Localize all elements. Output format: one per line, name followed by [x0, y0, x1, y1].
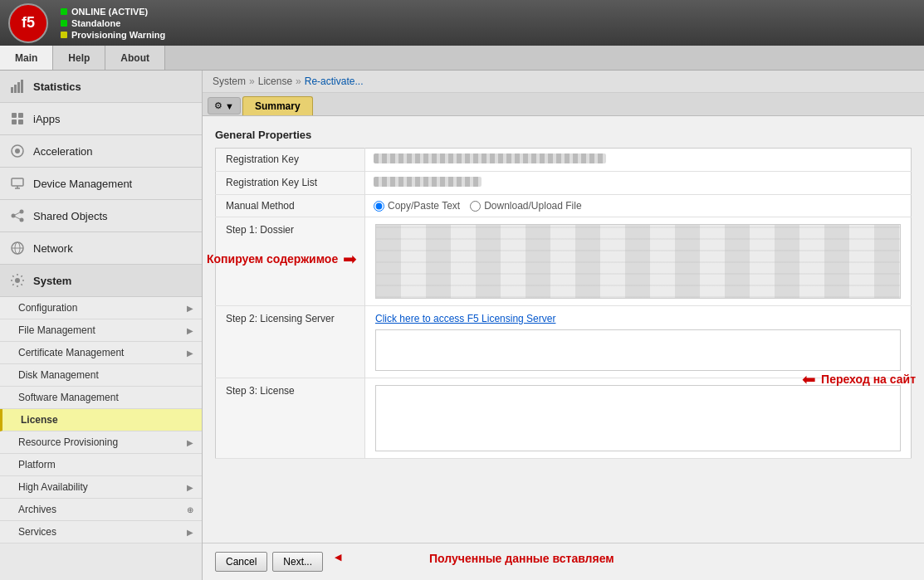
manual-method-value: Copy/Paste Text Download/Upload File [365, 195, 912, 217]
svg-rect-6 [12, 119, 17, 124]
shared-objects-icon [8, 207, 27, 225]
tab-main[interactable]: Main [0, 46, 53, 70]
radio-copy-paste[interactable]: Copy/Paste Text [374, 200, 460, 212]
license-server-link[interactable]: Click here to access F5 Licensing Server [375, 313, 555, 324]
status-block: ONLINE (ACTIVE) Standalone Provisioning … [61, 7, 165, 40]
tab-about[interactable]: About [105, 46, 165, 70]
status-dot-warning [61, 32, 67, 38]
statistics-icon [8, 77, 27, 95]
arrow-icon: ▶ [187, 326, 193, 335]
submenu-archives[interactable]: Archives ⊕ [0, 499, 202, 521]
breadcrumb-license[interactable]: License [258, 76, 292, 87]
tab-summary[interactable]: Summary [242, 96, 313, 115]
registration-key-value [365, 149, 912, 172]
form-table: Registration Key Registration Key List M… [215, 148, 912, 459]
sidebar-item-system[interactable]: System [0, 265, 202, 297]
breadcrumb-reactivate[interactable]: Re-activate... [305, 76, 364, 87]
svg-rect-0 [11, 87, 13, 93]
footer-buttons: Cancel Next... ◀ Полученные данные встав… [203, 543, 924, 580]
main-layout: Statistics iApps Acceleration Device Man… [0, 71, 924, 580]
breadcrumb-system[interactable]: System [213, 76, 246, 87]
header: f5 ONLINE (ACTIVE) Standalone Provisioni… [0, 0, 924, 46]
manual-method-label: Manual Method [216, 195, 365, 217]
registration-key-row: Registration Key [216, 149, 912, 172]
step2-label: Step 2: Licensing Server [216, 306, 365, 378]
cancel-button[interactable]: Cancel [215, 552, 267, 572]
nav-tabs: Main Help About [0, 46, 924, 71]
breadcrumb: System » License » Re-activate... [203, 71, 924, 93]
submenu-disk-management[interactable]: Disk Management [0, 364, 202, 387]
submenu-services[interactable]: Services ▶ [0, 521, 202, 543]
arrow-icon: ▶ [187, 483, 193, 492]
sidebar: Statistics iApps Acceleration Device Man… [0, 71, 203, 580]
radio-download-upload-label: Download/Upload File [484, 200, 581, 212]
svg-point-21 [15, 278, 20, 283]
svg-point-13 [12, 214, 16, 218]
f5-logo: f5 [8, 3, 48, 43]
svg-rect-2 [17, 82, 20, 93]
registration-key-list-blurred [374, 177, 482, 187]
form-area: General Properties Registration Key Regi… [203, 116, 924, 543]
registration-key-list-label: Registration Key List [216, 172, 365, 195]
system-icon [8, 271, 27, 290]
status-warning-label: Provisioning Warning [71, 30, 165, 40]
submenu-resource-provisioning[interactable]: Resource Provisioning ▶ [0, 431, 202, 454]
svg-line-16 [15, 212, 20, 215]
status-line-2: Standalone [61, 18, 165, 28]
svg-rect-7 [18, 119, 23, 124]
device-management-label: Device Management [33, 178, 132, 190]
submenu-configuration[interactable]: Configuration ▶ [0, 297, 202, 319]
sidebar-item-shared-objects[interactable]: Shared Objects [0, 200, 202, 232]
manual-method-row: Manual Method Copy/Paste Text Download/U… [216, 195, 912, 217]
radio-copy-paste-label: Copy/Paste Text [388, 200, 460, 212]
add-icon: ⊕ [187, 505, 193, 514]
gear-dropdown-arrow: ▼ [225, 101, 234, 111]
step3-license-textarea[interactable] [375, 385, 901, 451]
network-label: Network [33, 242, 73, 255]
status-active-label: ONLINE (ACTIVE) [71, 7, 148, 17]
registration-key-list-value [365, 172, 912, 195]
section-title: General Properties [215, 129, 912, 141]
svg-rect-10 [12, 178, 23, 186]
submenu-platform[interactable]: Platform [0, 454, 202, 476]
system-label: System [33, 275, 71, 287]
svg-line-17 [15, 217, 20, 219]
registration-key-blurred [374, 154, 606, 163]
next-button[interactable]: Next... [272, 552, 323, 572]
status-dot-standalone [61, 20, 67, 27]
radio-download-upload[interactable]: Download/Upload File [470, 200, 581, 212]
submenu-license[interactable]: License [0, 409, 202, 431]
svg-rect-1 [14, 85, 17, 93]
sidebar-item-device-management[interactable]: Device Management [0, 168, 202, 200]
iapps-icon [8, 110, 27, 128]
radio-copy-paste-input[interactable] [374, 201, 384, 212]
acceleration-label: Acceleration [33, 145, 93, 158]
arrow-icon: ▶ [187, 438, 193, 447]
sidebar-item-network[interactable]: Network [0, 232, 202, 265]
sidebar-item-statistics[interactable]: Statistics [0, 71, 202, 103]
step2-textarea[interactable] [375, 329, 901, 371]
gear-icon: ⚙ [214, 100, 222, 111]
step1-label: Step 1: Dossier [216, 217, 365, 306]
submenu-file-management[interactable]: File Management ▶ [0, 319, 202, 342]
tab-help[interactable]: Help [53, 46, 105, 70]
svg-point-9 [15, 149, 20, 154]
step3-value[interactable] [365, 378, 912, 459]
radio-group: Copy/Paste Text Download/Upload File [374, 200, 902, 212]
sidebar-item-acceleration[interactable]: Acceleration [0, 135, 202, 168]
submenu-high-availability[interactable]: High Availability ▶ [0, 476, 202, 499]
submenu-software-management[interactable]: Software Management [0, 387, 202, 409]
step1-value[interactable] [365, 217, 912, 306]
sidebar-item-iapps[interactable]: iApps [0, 103, 202, 135]
gear-button[interactable]: ⚙ ▼ [208, 97, 241, 115]
svg-rect-4 [12, 113, 17, 118]
step1-dossier-textarea[interactable] [375, 224, 901, 299]
step3-row: Step 3: License [216, 378, 912, 459]
submenu-certificate-management[interactable]: Certificate Management ▶ [0, 342, 202, 364]
content-wrapper: System » License » Re-activate... ⚙ ▼ Su… [203, 71, 924, 580]
status-line-1: ONLINE (ACTIVE) [61, 7, 165, 17]
step2-row: Step 2: Licensing Server Click here to a… [216, 306, 912, 378]
radio-download-upload-input[interactable] [470, 201, 481, 212]
step3-label: Step 3: License [216, 378, 365, 459]
svg-rect-5 [18, 113, 23, 118]
